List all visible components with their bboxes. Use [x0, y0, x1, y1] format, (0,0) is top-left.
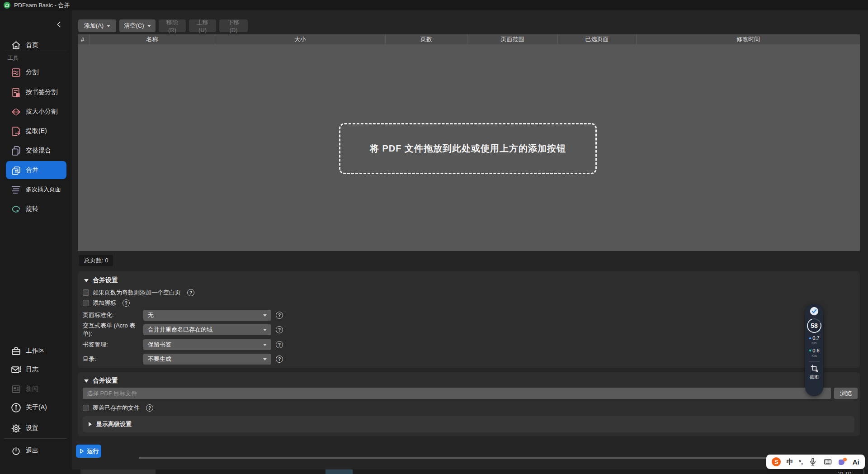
pdf-dropzone[interactable]: 将 PDF 文件拖放到此处或使用上方的添加按钮 — [339, 123, 597, 174]
sidebar-item-insert-pages[interactable]: 多次插入页面 — [6, 180, 66, 199]
soft-keyboard-icon[interactable] — [823, 457, 832, 466]
clear-button[interactable]: 清空(C) — [119, 19, 156, 32]
horizontal-scrollbar[interactable] — [139, 457, 852, 459]
sidebar-item-merge[interactable]: 合并 — [6, 161, 66, 179]
browse-button[interactable]: 浏览 — [834, 388, 858, 399]
help-icon[interactable]: ? — [187, 289, 194, 296]
chevron-down-icon — [263, 314, 267, 317]
help-icon[interactable]: ? — [276, 356, 283, 363]
acroforms-select[interactable]: 合并并重命名已存在的域 — [143, 324, 271, 335]
add-blank-page-row: 如果页数为奇数则添加一个空白页 ? — [83, 289, 194, 297]
add-blank-page-checkbox[interactable] — [83, 289, 89, 296]
total-pages-badge: 总页数: 0 — [79, 255, 113, 266]
taskbar-clock: 21:01 — [838, 470, 853, 474]
taskbar-app-button[interactable] — [326, 469, 353, 474]
move-up-button[interactable]: 上移(U) — [189, 19, 216, 32]
sidebar-item-settings[interactable]: 设置 — [6, 419, 66, 437]
toc-select[interactable]: 不要生成 — [143, 354, 271, 365]
sidebar-item-workspace[interactable]: 工作区 — [6, 342, 66, 360]
show-advanced-settings-toggle[interactable]: 显示高级设置 — [83, 416, 854, 432]
destination-file-input[interactable] — [83, 388, 831, 399]
remove-button[interactable]: 移除(R) — [159, 19, 186, 32]
acroforms-row: 交互式表单 (Acro 表单): 合并并重命名已存在的域 ? — [83, 324, 283, 335]
column-header-size[interactable]: 大小 — [215, 34, 386, 44]
move-down-button[interactable]: 下移(D) — [219, 19, 248, 32]
ime-mode-toggle[interactable]: 中 — [787, 458, 793, 466]
info-icon — [10, 402, 22, 413]
upload-arrow-icon — [809, 337, 811, 339]
sidebar-item-alternate-mix[interactable]: 交替混合 — [6, 142, 66, 160]
table-body-drop-area[interactable]: 将 PDF 文件拖放到此处或使用上方的添加按钮 — [78, 44, 860, 251]
help-icon[interactable]: ? — [276, 326, 283, 333]
shield-check-icon — [809, 306, 819, 316]
bookmarks-select[interactable]: 保留书签 — [143, 339, 271, 350]
ime-skin-icon[interactable] — [838, 457, 847, 466]
windows-taskbar[interactable]: 21:01 — [0, 469, 868, 474]
chevron-down-icon — [263, 344, 267, 346]
play-icon — [79, 448, 85, 454]
page-normalization-select[interactable]: 无 — [143, 310, 271, 321]
sidebar-item-exit[interactable]: 退出 — [6, 442, 66, 460]
sidebar-item-home[interactable]: 首页 — [6, 36, 66, 54]
sogou-logo-icon[interactable]: S — [772, 457, 781, 466]
help-icon[interactable]: ? — [276, 341, 283, 348]
help-icon[interactable]: ? — [146, 404, 153, 412]
split-size-icon — [10, 106, 22, 118]
sidebar-item-split-by-size[interactable]: 按大小分割 — [6, 103, 66, 121]
sidebar-item-split[interactable]: 分割 — [6, 63, 66, 81]
briefcase-icon — [10, 346, 22, 357]
ime-ai-assistant[interactable]: Ai — [853, 458, 859, 466]
column-header-index[interactable]: # — [78, 34, 90, 44]
sidebar-item-rotate[interactable]: 旋转 — [6, 200, 66, 218]
sidebar-item-log[interactable]: 日志 — [6, 360, 66, 379]
column-header-name[interactable]: 名称 — [90, 34, 215, 44]
column-header-page-ranges[interactable]: 页面范围 — [467, 34, 558, 44]
collapse-triangle-icon — [84, 379, 89, 383]
add-button[interactable]: 添加(A) — [78, 19, 116, 32]
screenshot-label: 截图 — [810, 374, 819, 380]
sidebar-item-news[interactable]: 新闻 — [6, 380, 66, 398]
gear-icon — [10, 423, 22, 434]
title-bar: PDFsam Basic - 合并 — [0, 0, 868, 10]
merge-icon — [10, 165, 22, 176]
taskbar-divider — [863, 469, 864, 474]
add-footer-checkbox[interactable] — [83, 300, 89, 306]
help-icon[interactable]: ? — [123, 299, 130, 307]
column-header-selected-pages[interactable]: 已选页面 — [558, 34, 637, 44]
expand-triangle-icon — [89, 422, 92, 427]
dropzone-hint: 将 PDF 文件拖放到此处或使用上方的添加按钮 — [370, 142, 566, 155]
column-header-pages[interactable]: 页数 — [386, 34, 467, 44]
ime-punctuation-toggle[interactable]: °, — [799, 459, 803, 465]
taskbar-app-button[interactable] — [80, 469, 156, 474]
column-header-modified[interactable]: 修改时间 — [637, 34, 860, 44]
score-gauge[interactable]: 58 — [807, 318, 821, 333]
collapse-sidebar-icon[interactable] — [54, 19, 64, 29]
main-content: 添加(A) 清空(C) 移除(R) 上移(U) 下移(D) # 名称 大小 — [72, 10, 868, 469]
screenshot-crop-icon[interactable] — [810, 364, 819, 373]
rotate-icon — [10, 204, 22, 215]
overwrite-checkbox[interactable] — [83, 405, 89, 411]
extract-icon — [10, 126, 22, 137]
help-icon[interactable]: ? — [276, 312, 283, 319]
sidebar-item-split-by-bookmarks[interactable]: 按书签分割 — [6, 83, 66, 101]
sidebar-item-about[interactable]: 关于(A) — [6, 398, 66, 417]
output-settings-header[interactable]: 合并设置 — [84, 377, 118, 385]
sidebar: 首页 工具 分割 按书签分割 按大小分割 提取(E) — [0, 10, 72, 469]
merge-settings-panel: 合并设置 如果页数为奇数则添加一个空白页 ? 添加脚标 ? 页面标准化: 无 ? — [78, 271, 860, 368]
collapse-triangle-icon — [84, 279, 89, 282]
table-header-row: # 名称 大小 页数 页面范围 已选页面 修改时间 — [78, 34, 860, 44]
merge-settings-header[interactable]: 合并设置 — [84, 276, 118, 284]
sidebar-divider — [5, 51, 67, 51]
overwrite-row: 覆盖已存在的文件 ? — [83, 404, 153, 412]
mix-icon — [10, 145, 22, 156]
home-icon — [10, 40, 22, 51]
output-settings-panel: 合并设置 浏览 覆盖已存在的文件 ? 显示高级设置 — [78, 372, 860, 436]
sidebar-divider — [5, 438, 67, 439]
sidebar-item-extract[interactable]: 提取(E) — [6, 122, 66, 140]
microphone-icon[interactable] — [808, 457, 817, 466]
page-normalization-row: 页面标准化: 无 ? — [83, 310, 283, 321]
run-button[interactable]: 运行 — [76, 445, 101, 458]
widget-divider — [809, 361, 820, 362]
log-envelope-icon — [10, 364, 22, 375]
floating-assistant-widget[interactable]: 58 0.7 K/s 0.6 K/s 截图 — [805, 304, 823, 396]
